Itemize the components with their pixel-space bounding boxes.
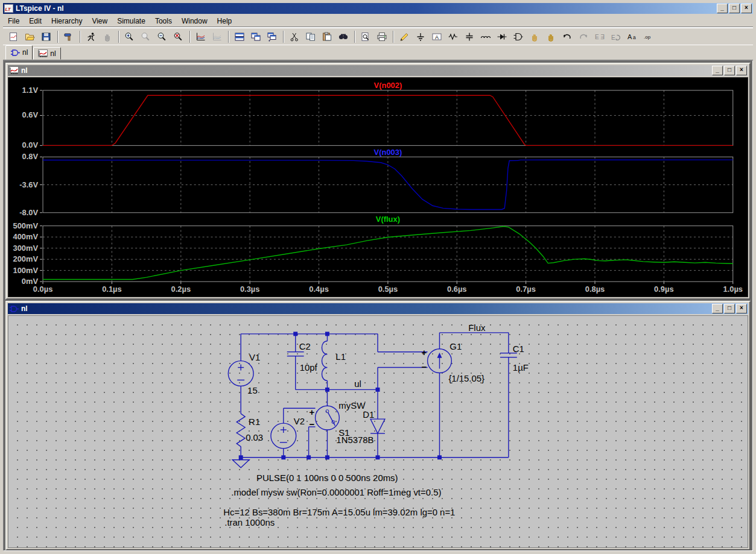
- tile-horizontal-icon: [234, 32, 246, 42]
- redo-button[interactable]: [576, 29, 592, 44]
- control-panel-icon: [63, 32, 75, 42]
- component-R1[interactable]: [237, 414, 245, 447]
- schematic-canvas[interactable]: V115R10.03V2C210pfL1+−mySWS1D11N5378B+−G…: [8, 315, 748, 548]
- drag-button[interactable]: [543, 29, 559, 44]
- rotate-icon: E: [611, 32, 622, 42]
- cut-button[interactable]: [287, 29, 303, 44]
- zoom-out-button[interactable]: [154, 29, 171, 44]
- svg-text:−: −: [310, 419, 315, 429]
- autorange-y-button[interactable]: [193, 29, 209, 44]
- tab-label: nl: [50, 49, 56, 58]
- save-icon: [41, 32, 52, 42]
- new-schematic-button[interactable]: [6, 29, 22, 44]
- schematic-maximize-button[interactable]: □: [724, 304, 735, 313]
- copy-button[interactable]: [303, 29, 319, 44]
- control-panel-button[interactable]: [61, 29, 77, 44]
- waveform-maximize-button[interactable]: □: [724, 66, 735, 75]
- component-C2[interactable]: [287, 352, 304, 356]
- drag-icon: [545, 32, 557, 42]
- menu-edit[interactable]: Edit: [24, 16, 46, 27]
- rotate-button[interactable]: E: [608, 29, 624, 44]
- find-button[interactable]: [335, 29, 352, 44]
- place-text-button[interactable]: Aa: [624, 29, 641, 44]
- zoom-full-extents-button[interactable]: [171, 29, 187, 44]
- place-ground-button[interactable]: [413, 29, 429, 44]
- save-button[interactable]: [39, 29, 55, 44]
- paste-button[interactable]: [319, 29, 335, 44]
- cascade-windows-button[interactable]: [264, 29, 281, 44]
- undo-button[interactable]: [559, 29, 576, 44]
- svg-text:C1: C1: [513, 344, 524, 354]
- menu-help[interactable]: Help: [212, 16, 237, 27]
- app-title: LTspice IV - nl: [16, 4, 713, 13]
- component-G1[interactable]: [428, 349, 452, 373]
- svg-text:L1: L1: [335, 351, 346, 362]
- component-S1[interactable]: [316, 406, 340, 430]
- svg-text:500mV: 500mV: [13, 221, 38, 230]
- move-button[interactable]: [527, 29, 543, 44]
- zoom-back-button[interactable]: [138, 29, 154, 44]
- tab-nl-schematic[interactable]: nl: [5, 45, 33, 60]
- place-label-button[interactable]: A: [429, 29, 445, 44]
- menu-window[interactable]: Window: [177, 16, 212, 27]
- component-V2[interactable]: [271, 423, 296, 449]
- spice-directive-button[interactable]: .op: [641, 29, 657, 44]
- svg-text:100mV: 100mV: [13, 266, 38, 275]
- schematic-minimize-button[interactable]: _: [712, 304, 723, 313]
- place-capacitor-button[interactable]: [462, 29, 478, 44]
- place-inductor-icon: [480, 32, 492, 42]
- net-label-flux: Flux: [468, 323, 486, 333]
- place-capacitor-icon: [464, 32, 475, 42]
- maximize-button[interactable]: □: [729, 4, 740, 13]
- tile-vertical-button[interactable]: [248, 29, 264, 44]
- place-resistor-button[interactable]: [445, 29, 462, 44]
- copy-icon: [305, 32, 317, 42]
- zoom-in-button[interactable]: [122, 29, 138, 44]
- halt-button[interactable]: [100, 29, 116, 44]
- menu-simulate[interactable]: Simulate: [112, 16, 150, 27]
- schematic-icon: [10, 48, 20, 57]
- toolbar-separator: [393, 31, 394, 43]
- waveform-close-button[interactable]: ×: [736, 66, 747, 75]
- plot-settings-button[interactable]: [209, 29, 226, 44]
- menu-hierarchy[interactable]: Hierarchy: [46, 16, 87, 27]
- svg-text:15: 15: [247, 385, 258, 395]
- svg-text:D1: D1: [363, 409, 374, 420]
- place-inductor-button[interactable]: [478, 29, 494, 44]
- waveform-minimize-button[interactable]: _: [712, 66, 723, 75]
- svg-text:.op: .op: [644, 34, 651, 40]
- svg-text:0.1µs: 0.1µs: [102, 285, 122, 294]
- component-V1[interactable]: [228, 361, 253, 386]
- menu-file[interactable]: File: [3, 16, 24, 27]
- menu-view[interactable]: View: [87, 16, 112, 27]
- open-button[interactable]: [22, 29, 39, 44]
- menu-tools[interactable]: Tools: [150, 16, 177, 27]
- svg-text:10pf: 10pf: [300, 362, 318, 373]
- place-component-button[interactable]: [510, 29, 527, 44]
- place-diode-button[interactable]: [494, 29, 510, 44]
- open-icon: [25, 32, 36, 42]
- svg-text:LT: LT: [5, 7, 11, 12]
- close-button[interactable]: ×: [741, 4, 752, 13]
- mirror-button[interactable]: EE: [592, 29, 608, 44]
- draw-wire-button[interactable]: [396, 29, 413, 44]
- component-D1[interactable]: [370, 419, 385, 433]
- schematic-close-button[interactable]: ×: [736, 304, 747, 313]
- svg-text:E: E: [595, 34, 599, 40]
- svg-text:200mV: 200mV: [13, 254, 38, 263]
- component-C1[interactable]: [500, 353, 517, 357]
- tab-nl-waveform[interactable]: nl: [33, 47, 60, 60]
- place-resistor-icon: [448, 32, 459, 42]
- svg-text:0.4µs: 0.4µs: [309, 285, 329, 294]
- print-button[interactable]: [374, 29, 390, 44]
- component-L1[interactable]: [322, 341, 327, 381]
- svg-text:1.0µs: 1.0µs: [723, 285, 743, 294]
- waveform-plot-area[interactable]: 1.1V0.6V0.0VV(n002)0.8V-3.6V-8.0VV(n003)…: [8, 77, 748, 297]
- tile-horizontal-button[interactable]: [232, 29, 248, 44]
- minimize-button[interactable]: _: [717, 4, 728, 13]
- zoom-in-icon: [124, 32, 136, 42]
- ground-symbol[interactable]: [232, 458, 249, 468]
- plot-settings-icon: [212, 32, 223, 42]
- run-button[interactable]: [83, 29, 100, 44]
- print-preview-button[interactable]: [358, 29, 374, 44]
